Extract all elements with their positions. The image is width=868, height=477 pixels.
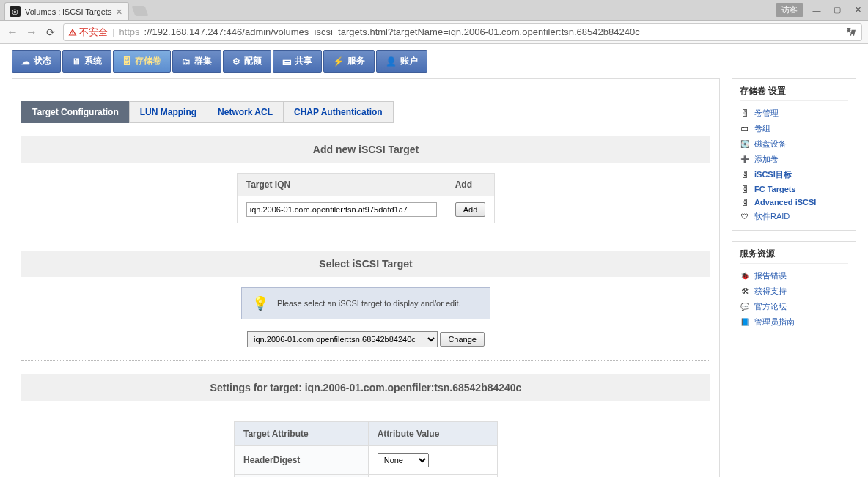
url-separator: | <box>112 26 114 37</box>
topnav-icon: 🖴 <box>282 56 291 67</box>
sidebar-item-link[interactable]: 卷组 <box>754 123 770 134</box>
divider <box>21 237 710 237</box>
sidebar-item[interactable]: 🗃卷组 <box>740 121 848 136</box>
url-text: ://192.168.147.247:446/admin/volumes_isc… <box>144 26 640 37</box>
settings-table: Target Attribute Attribute Value HeaderD… <box>234 421 498 477</box>
sidebar-item-icon: 💽 <box>740 140 750 149</box>
attr-value-select[interactable]: None <box>378 453 429 467</box>
visitor-badge[interactable]: 访客 <box>776 3 803 17</box>
browser-nav-bar: ← → ⟳ 不安全 | https://192.168.147.247:446/… <box>0 21 868 44</box>
tab-title: Volumes : iSCSI Targets <box>25 7 111 16</box>
nav-back-icon[interactable]: ← <box>6 26 19 39</box>
topnav-tab-状态[interactable]: ☁状态 <box>12 50 61 73</box>
sidebar-item[interactable]: 💬官方论坛 <box>740 299 848 314</box>
select-info-box: 💡 Please select an iSCSI target to displ… <box>241 287 490 319</box>
new-tab-button[interactable] <box>131 6 148 16</box>
topnav-label: 状态 <box>34 55 51 67</box>
sidebar-item[interactable]: 🛡软件RAID <box>740 209 848 224</box>
browser-tab[interactable]: ◎ Volumes : iSCSI Targets × <box>4 2 129 20</box>
topnav-label: 服务 <box>347 55 365 67</box>
topnav-icon: 👤 <box>386 56 397 67</box>
col-attribute: Target Attribute <box>235 422 369 446</box>
topnav-label: 存储卷 <box>135 55 161 67</box>
topnav-tab-账户[interactable]: 👤账户 <box>376 50 427 73</box>
sidebar-volumes-box: 存储卷 设置 🗄卷管理🗃卷组💽磁盘设备➕添加卷🗄iSCSI目标🗄FC Targe… <box>732 78 856 231</box>
subtab-network-acl[interactable]: Network ACL <box>207 101 283 123</box>
target-iqn-input[interactable] <box>246 202 437 217</box>
window-maximize-icon[interactable]: ▢ <box>827 3 847 18</box>
sidebar-item-icon: 💬 <box>740 303 750 311</box>
lightbulb-icon: 💡 <box>252 295 268 311</box>
insecure-warning: 不安全 <box>68 26 108 39</box>
top-nav: ☁状态🖥系统🗄存储卷🗂群集⚙配额🖴共享⚡服务👤账户 <box>12 50 856 73</box>
sidebar-item-link[interactable]: iSCSI目标 <box>754 169 792 180</box>
sidebar-item-icon: 📘 <box>740 318 750 327</box>
topnav-tab-服务[interactable]: ⚡服务 <box>323 50 375 73</box>
sidebar-resources-box: 服务资源 🐞报告错误🛠获得支持💬官方论坛📘管理员指南 <box>732 241 856 336</box>
address-bar[interactable]: 不安全 | https://192.168.147.247:446/admin/… <box>63 23 862 41</box>
subtab-chap-authentication[interactable]: CHAP Authentication <box>283 101 394 123</box>
sidebar-resources-title: 服务资源 <box>740 248 848 264</box>
topnav-icon: 🗄 <box>122 56 131 67</box>
table-row: DataDigestNone <box>235 475 498 478</box>
topnav-icon: 🖥 <box>72 56 81 67</box>
sidebar-item-icon: 🐞 <box>740 272 750 281</box>
col-value: Attribute Value <box>368 422 497 446</box>
topnav-tab-群集[interactable]: 🗂群集 <box>172 50 221 73</box>
sidebar-item-link[interactable]: 软件RAID <box>754 211 790 222</box>
change-button[interactable]: Change <box>440 332 485 347</box>
sidebar-item[interactable]: 🗄FC Targets <box>740 182 848 196</box>
sidebar-item[interactable]: ➕添加卷 <box>740 152 848 167</box>
topnav-label: 配额 <box>244 55 262 67</box>
add-target-table: Target IQN Add Add <box>237 173 496 223</box>
settings-heading: Settings for target: iqn.2006-01.com.ope… <box>21 374 710 401</box>
warning-icon <box>68 28 77 37</box>
sidebar-item[interactable]: 🛠获得支持 <box>740 284 848 299</box>
sidebar-item-link[interactable]: 官方论坛 <box>754 301 787 312</box>
url-scheme: https <box>119 26 139 37</box>
browser-tab-strip: ◎ Volumes : iSCSI Targets × 访客 — ▢ ✕ <box>0 0 868 21</box>
topnav-label: 群集 <box>194 55 212 67</box>
window-minimize-icon[interactable]: — <box>806 3 827 18</box>
select-target-heading: Select iSCSI Target <box>21 251 710 277</box>
main-content: Target ConfigurationLUN MappingNetwork A… <box>12 78 720 477</box>
sidebar-item[interactable]: 🗄Advanced iSCSI <box>740 196 848 209</box>
sidebar-item-icon: 🛠 <box>740 287 750 296</box>
sidebar-item[interactable]: 🗄卷管理 <box>740 106 848 121</box>
sidebar-item-link[interactable]: 报告错误 <box>754 270 787 281</box>
sidebar-item-icon: 🗃 <box>740 125 750 133</box>
sidebar-item-link[interactable]: 卷管理 <box>754 108 779 119</box>
sidebar-item[interactable]: 📘管理员指南 <box>740 314 848 330</box>
window-close-icon[interactable]: ✕ <box>847 3 868 18</box>
tab-favicon: ◎ <box>10 6 21 17</box>
subtab-target-configuration[interactable]: Target Configuration <box>21 101 129 123</box>
sidebar-item-icon: ➕ <box>740 155 750 164</box>
sidebar-item-link[interactable]: 磁盘设备 <box>754 138 787 149</box>
sidebar-item[interactable]: 💽磁盘设备 <box>740 136 848 152</box>
sidebar-item-link[interactable]: 添加卷 <box>754 154 779 165</box>
sidebar-item[interactable]: 🗄iSCSI目标 <box>740 167 848 182</box>
topnav-icon: 🗂 <box>182 56 191 67</box>
sidebar: 存储卷 设置 🗄卷管理🗃卷组💽磁盘设备➕添加卷🗄iSCSI目标🗄FC Targe… <box>732 78 856 336</box>
nav-reload-icon[interactable]: ⟳ <box>44 26 57 39</box>
topnav-icon: ⚙ <box>232 56 240 67</box>
topnav-tab-系统[interactable]: 🖥系统 <box>62 50 111 73</box>
tab-close-icon[interactable]: × <box>116 6 122 18</box>
subtab-lun-mapping[interactable]: LUN Mapping <box>129 101 207 123</box>
sidebar-item-link[interactable]: 管理员指南 <box>754 317 795 328</box>
target-select[interactable]: iqn.2006-01.com.openfiler:tsn.68542b8424… <box>247 331 438 347</box>
sidebar-volumes-title: 存储卷 设置 <box>740 85 848 101</box>
topnav-icon: ☁ <box>21 56 30 67</box>
topnav-tab-存储卷[interactable]: 🗄存储卷 <box>113 50 171 73</box>
translate-icon[interactable] <box>845 26 857 38</box>
add-button[interactable]: Add <box>455 202 486 217</box>
attr-name: DataDigest <box>235 475 369 478</box>
sidebar-item-link[interactable]: 获得支持 <box>754 286 787 297</box>
topnav-label: 共享 <box>295 55 312 67</box>
topnav-tab-共享[interactable]: 🖴共享 <box>273 50 322 73</box>
add-target-heading: Add new iSCSI Target <box>21 136 710 163</box>
sidebar-item-link[interactable]: Advanced iSCSI <box>754 198 816 207</box>
sidebar-item[interactable]: 🐞报告错误 <box>740 268 848 284</box>
sidebar-item-link[interactable]: FC Targets <box>754 185 796 193</box>
topnav-tab-配额[interactable]: ⚙配额 <box>223 50 271 73</box>
